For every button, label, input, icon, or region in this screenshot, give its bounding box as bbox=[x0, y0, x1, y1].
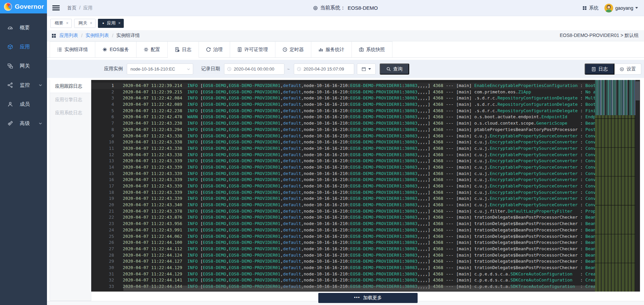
detail-tab-治理[interactable]: 治理 bbox=[199, 41, 230, 58]
sidebar-item-成员[interactable]: 成员 bbox=[0, 95, 47, 114]
topbar-right: 系统 gaoyang bbox=[582, 4, 638, 12]
log-line-text: 2020-04-07 11:22:44.124 INFO [EOS8-DEMO,… bbox=[114, 252, 596, 259]
current-system-value: EOS8-DEMO bbox=[347, 5, 378, 11]
line-number: 14 bbox=[91, 164, 114, 171]
log-type-tab-应用系统日志[interactable]: 应用系统日志 bbox=[50, 106, 91, 119]
log-line: 312020-04-07 11:22:44.129 INFO [EOS8-DEM… bbox=[91, 271, 640, 277]
log-line-text: 2020-04-07 11:22:42.084 INFO [EOS8-DEMO,… bbox=[114, 95, 596, 101]
log-line-text: 2020-04-07 11:22:43.339 INFO [EOS8-DEMO,… bbox=[114, 195, 596, 202]
sidebar-item-label: 应用 bbox=[20, 44, 30, 50]
window-tab-应用[interactable]: ●应用× bbox=[98, 19, 124, 28]
breadcrumb-link-instance-group-list[interactable]: 实例组列表 bbox=[86, 33, 109, 39]
camera-icon bbox=[359, 47, 364, 52]
instance-select[interactable]: node-10-16-16-210:EC bbox=[127, 63, 193, 75]
clock-icon bbox=[297, 67, 301, 71]
detail-tab-系统快照[interactable]: 系统快照 bbox=[352, 41, 392, 58]
cube-icon bbox=[7, 44, 13, 50]
monitor-icon bbox=[7, 82, 13, 88]
log-line-text: 2020-04-07 11:22:43.339 INFO [EOS8-DEMO,… bbox=[114, 158, 596, 164]
search-button[interactable]: 查询 bbox=[380, 63, 409, 75]
detail-tab-日志[interactable]: 日志 bbox=[168, 41, 199, 58]
minimap-olive-section bbox=[595, 115, 635, 292]
log-line: 252020-04-07 11:22:44.062 INFO [EOS8-DEM… bbox=[91, 233, 640, 240]
sidebar-item-应用[interactable]: 应用 bbox=[0, 37, 47, 56]
date-to-input[interactable] bbox=[304, 67, 350, 72]
system-menu[interactable]: 系统 bbox=[582, 5, 598, 11]
breadcrumb: 首页 / 应用 bbox=[67, 5, 93, 11]
sidebar-item-高级[interactable]: 高级 bbox=[0, 114, 47, 133]
line-number: 7 bbox=[91, 120, 114, 127]
window-tab-概要[interactable]: 概要× bbox=[50, 19, 72, 28]
log-view-label: 日志 bbox=[598, 66, 608, 72]
line-number: 22 bbox=[91, 214, 114, 221]
log-line-text: 2020-04-07 11:22:43.339 INFO [EOS8-DEMO,… bbox=[114, 177, 596, 183]
breadcrumb-current-page: 实例组详情 bbox=[116, 33, 140, 39]
settings-button[interactable]: 设置 bbox=[614, 63, 641, 75]
vertical-scrollbar-thumb[interactable] bbox=[636, 81, 640, 100]
chevron-down-icon bbox=[187, 68, 190, 71]
detail-tab-实例组详情[interactable]: 实例组详情 bbox=[50, 41, 95, 58]
log-line: 302020-04-07 11:22:44.129 INFO [EOS8-DEM… bbox=[91, 265, 640, 271]
log-line-text: 2020-04-07 11:22:44.127 INFO [EOS8-DEMO,… bbox=[114, 258, 596, 265]
vertical-scrollbar[interactable] bbox=[635, 80, 640, 292]
detail-tab-label: 日志 bbox=[182, 47, 192, 53]
sidebar-item-监控[interactable]: 监控 bbox=[0, 76, 47, 95]
system-label: 系统 bbox=[589, 5, 598, 11]
log-line: 202020-04-07 11:22:43.340 INFO [EOS8-DEM… bbox=[91, 202, 640, 208]
sidebar-item-label: 成员 bbox=[20, 101, 30, 107]
window-tab-网关[interactable]: 网关× bbox=[74, 19, 96, 28]
date-from-input[interactable] bbox=[234, 67, 280, 72]
governor-logo-icon bbox=[4, 3, 12, 11]
user-menu[interactable]: gaoyang bbox=[604, 4, 638, 12]
line-number: 5 bbox=[91, 108, 114, 114]
horizontal-scrollbar-thumb[interactable] bbox=[123, 286, 595, 291]
log-line-text: 2020-04-07 11:22:39.215 INFO [EOS8-DEMO,… bbox=[114, 89, 596, 95]
close-icon[interactable]: × bbox=[118, 21, 120, 26]
line-number: 23 bbox=[91, 221, 114, 227]
date-from-field[interactable] bbox=[224, 63, 284, 75]
calendar-picker-button[interactable] bbox=[357, 63, 376, 75]
date-to-field[interactable] bbox=[294, 63, 354, 75]
log-line: 122020-04-07 11:22:43.338 INFO [EOS8-DEM… bbox=[91, 152, 640, 158]
log-view-button[interactable]: 日志 bbox=[585, 63, 614, 75]
instance-select-value: node-10-16-16-210:EC bbox=[130, 67, 175, 72]
log-line-text: 2020-04-07 11:22:44.062 INFO [EOS8-DEMO,… bbox=[114, 233, 596, 240]
log-line-text: 2020-04-07 11:22:43.338 INFO [EOS8-DEMO,… bbox=[114, 133, 596, 139]
load-more-button[interactable]: ••• 加载更多 bbox=[318, 293, 418, 303]
close-icon[interactable]: × bbox=[90, 21, 92, 26]
detail-tab-配置[interactable]: 配置 bbox=[137, 41, 168, 58]
log-line: 182020-04-07 11:22:43.339 INFO [EOS8-DEM… bbox=[91, 189, 640, 196]
log-line: 212020-04-07 11:22:43.378 INFO [EOS8-DEM… bbox=[91, 208, 640, 215]
close-icon[interactable]: × bbox=[66, 21, 68, 26]
log-line: 112020-04-07 11:22:43.338 INFO [EOS8-DEM… bbox=[91, 145, 640, 152]
detail-tab-label: EOS服务 bbox=[110, 47, 129, 53]
detail-tab-许可证管理[interactable]: 许可证管理 bbox=[230, 41, 275, 58]
asterisk-icon bbox=[102, 47, 107, 52]
log-type-tab-应用引擎日志[interactable]: 应用引擎日志 bbox=[50, 93, 91, 106]
detail-tab-定时器[interactable]: 定时器 bbox=[275, 41, 311, 58]
log-line: 132020-04-07 11:22:43.339 INFO [EOS8-DEM… bbox=[91, 158, 640, 164]
log-line: 32020-04-07 11:22:42.084 INFO [EOS8-DEMO… bbox=[91, 95, 640, 101]
sidebar-item-概要[interactable]: 概要 bbox=[0, 18, 47, 37]
log-line: 162020-04-07 11:22:43.339 INFO [EOS8-DEM… bbox=[91, 177, 640, 183]
line-number: 17 bbox=[91, 183, 114, 189]
log-line-text: 2020-04-07 11:22:43.339 INFO [EOS8-DEMO,… bbox=[114, 164, 596, 171]
log-line: 22020-04-07 11:22:39.215 INFO [EOS8-DEMO… bbox=[91, 89, 640, 95]
sidebar-item-网关[interactable]: 网关 bbox=[0, 56, 47, 76]
detail-tab-服务统计[interactable]: 服务统计 bbox=[311, 41, 352, 58]
line-number: 27 bbox=[91, 246, 114, 252]
log-type-tab-应用跟踪日志[interactable]: 应用跟踪日志 bbox=[50, 80, 91, 93]
detail-tab-EOS服务[interactable]: EOS服务 bbox=[95, 41, 137, 58]
topbar: 首页 / 应用 当前系统： EOS8-DEMO 系统 gaoyang bbox=[47, 0, 644, 16]
line-number: 12 bbox=[91, 152, 114, 158]
breadcrumb-home[interactable]: 首页 bbox=[67, 5, 76, 11]
line-number: 31 bbox=[91, 271, 114, 277]
breadcrumb-link-app-list[interactable]: 应用列表 bbox=[59, 33, 78, 39]
govern-icon bbox=[206, 47, 211, 52]
line-number: 6 bbox=[91, 114, 114, 120]
detail-tab-label: 配置 bbox=[151, 47, 160, 53]
hamburger-menu-icon[interactable] bbox=[52, 5, 60, 10]
line-number: 21 bbox=[91, 208, 114, 215]
minimap[interactable] bbox=[595, 80, 635, 292]
breadcrumb-separator: / bbox=[112, 33, 113, 38]
